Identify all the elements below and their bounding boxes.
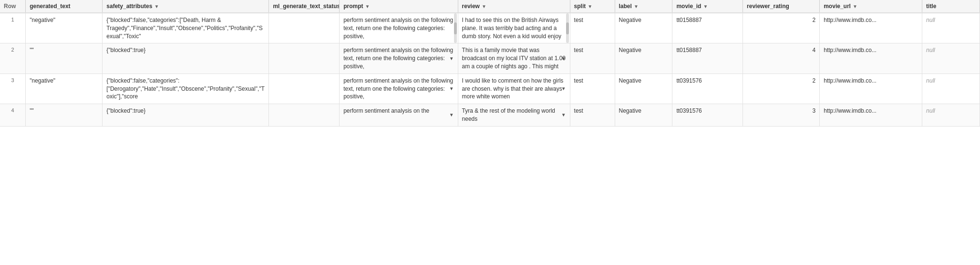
resize-handle-reviewer_rating[interactable] <box>817 0 819 12</box>
cell-movie_url-row1: http://www.imdb.co... <box>820 43 922 74</box>
resize-handle-ml_generate_text_status[interactable] <box>337 0 339 12</box>
sort-icon-review[interactable]: ▼ <box>482 4 486 9</box>
cell-reviewer_rating-row1: 4 <box>743 43 820 74</box>
column-header-label-reviewer_rating: reviewer_rating <box>747 3 789 10</box>
prompt-dropdown-icon[interactable]: ▼ <box>449 112 454 118</box>
column-header-split[interactable]: split▼ <box>570 0 615 13</box>
resize-handle-row[interactable] <box>23 0 25 12</box>
table-row: 2""{"blocked":true}perform sentiment ana… <box>0 43 980 74</box>
cell-prompt-row3: perform sentiment analysis on the▼ <box>340 104 458 127</box>
cell-movie_id-row1: tt0158887 <box>672 43 743 74</box>
review-dropdown-icon[interactable]: ▼ <box>561 112 566 118</box>
column-header-label-movie_url: movie_url <box>824 3 851 10</box>
cell-row-row1: 2 <box>0 43 26 74</box>
column-header-reviewer_rating: reviewer_rating <box>743 0 820 13</box>
column-header-label-prompt: prompt <box>343 3 363 10</box>
column-header-label-row: Row <box>4 3 16 10</box>
cell-title-row0: null <box>922 13 980 43</box>
cell-generated_text-row1: "" <box>26 43 103 74</box>
cell-label-row1: Negative <box>615 43 672 74</box>
null-value: null <box>926 107 935 114</box>
review-text: Tyra & the rest of the modeling world ne… <box>462 107 555 122</box>
prompt-dropdown-icon[interactable]: ▼ <box>449 85 454 92</box>
cell-ml_generate_text_status-row3 <box>269 104 340 127</box>
cell-split-row2: test <box>570 74 615 104</box>
cell-movie_id-row0: tt0158887 <box>672 13 743 43</box>
column-header-label-title: title <box>926 3 936 10</box>
cell-ml_generate_text_status-row1 <box>269 43 340 74</box>
cell-movie_id-row3: tt0391576 <box>672 104 743 127</box>
sort-icon-prompt[interactable]: ▼ <box>365 4 370 9</box>
resize-handle-prompt[interactable] <box>456 0 458 12</box>
column-header-prompt[interactable]: prompt▼ <box>340 0 458 13</box>
cell-movie_id-row2: tt0391576 <box>672 74 743 104</box>
cell-safety_attributes-row1: {"blocked":true} <box>103 43 269 74</box>
null-value: null <box>926 47 935 53</box>
prompt-dropdown-icon[interactable]: ▼ <box>449 55 454 62</box>
review-text: This is a family movie that was broadcas… <box>462 47 566 70</box>
review-text: I would like to comment on how the girls… <box>462 77 564 100</box>
resize-handle-label[interactable] <box>670 0 672 12</box>
cell-generated_text-row3: "" <box>26 104 103 127</box>
cell-review-row1: This is a family movie that was broadcas… <box>458 43 570 74</box>
cell-title-row3: null <box>922 104 980 127</box>
prompt-text: perform sentiment analysis on the follow… <box>343 47 453 70</box>
cell-label-row0: Negative <box>615 13 672 43</box>
column-header-generated_text: generated_text <box>26 0 103 13</box>
cell-label-row3: Negative <box>615 104 672 127</box>
cell-generated_text-row0: "negative" <box>26 13 103 43</box>
prompt-scrollbar[interactable] <box>454 13 457 43</box>
review-scrollbar[interactable] <box>566 13 569 43</box>
cell-row-row2: 3 <box>0 74 26 104</box>
cell-movie_url-row2: http://www.imdb.co... <box>820 74 922 104</box>
resize-handle-movie_id[interactable] <box>741 0 743 12</box>
column-header-label[interactable]: label▼ <box>615 0 672 13</box>
null-value: null <box>926 77 935 84</box>
table-row: 3"negative"{"blocked":false,"categories"… <box>0 74 980 104</box>
prompt-text: perform sentiment analysis on the follow… <box>343 17 453 40</box>
cell-review-row0: I had to see this on the British Airways… <box>458 13 570 43</box>
table-row: 1"negative"{"blocked":false,"categories"… <box>0 13 980 43</box>
prompt-text: perform sentiment analysis on the <box>343 107 429 114</box>
sort-icon-label[interactable]: ▼ <box>634 4 639 9</box>
cell-label-row2: Negative <box>615 74 672 104</box>
sort-icon-split[interactable]: ▼ <box>588 4 592 9</box>
cell-safety_attributes-row2: {"blocked":false,"categories":["Derogato… <box>103 74 269 104</box>
cell-safety_attributes-row0: {"blocked":false,"categories":["Death, H… <box>103 13 269 43</box>
column-header-row: Row <box>0 0 26 13</box>
column-header-title: title <box>922 0 980 13</box>
resize-handle-safety_attributes[interactable] <box>267 0 268 12</box>
resize-handle-title[interactable] <box>978 0 980 12</box>
cell-movie_url-row0: http://www.imdb.co... <box>820 13 922 43</box>
resize-handle-movie_url[interactable] <box>920 0 922 12</box>
cell-title-row1: null <box>922 43 980 74</box>
cell-reviewer_rating-row2: 2 <box>743 74 820 104</box>
resize-handle-review[interactable] <box>568 0 570 12</box>
cell-prompt-row2: perform sentiment analysis on the follow… <box>340 74 458 104</box>
column-header-movie_url[interactable]: movie_url▼ <box>820 0 922 13</box>
null-value: null <box>926 17 935 23</box>
column-header-safety_attributes[interactable]: safety_attributes▼ <box>103 0 269 13</box>
cell-row-row3: 4 <box>0 104 26 127</box>
cell-review-row3: Tyra & the rest of the modeling world ne… <box>458 104 570 127</box>
cell-ml_generate_text_status-row2 <box>269 74 340 104</box>
table-row: 4""{"blocked":true}perform sentiment ana… <box>0 104 980 127</box>
cell-reviewer_rating-row3: 3 <box>743 104 820 127</box>
cell-split-row1: test <box>570 43 615 74</box>
column-header-ml_generate_text_status: ml_generate_text_status <box>269 0 340 13</box>
data-table: Rowgenerated_textsafety_attributes▼ml_ge… <box>0 0 980 127</box>
sort-icon-movie_url[interactable]: ▼ <box>853 4 857 9</box>
cell-safety_attributes-row3: {"blocked":true} <box>103 104 269 127</box>
resize-handle-split[interactable] <box>613 0 615 12</box>
cell-prompt-row0: perform sentiment analysis on the follow… <box>340 13 458 43</box>
cell-row-row0: 1 <box>0 13 26 43</box>
column-header-movie_id[interactable]: movie_id▼ <box>672 0 743 13</box>
cell-ml_generate_text_status-row0 <box>269 13 340 43</box>
column-header-label-review: review <box>462 3 480 10</box>
cell-generated_text-row2: "negative" <box>26 74 103 104</box>
sort-icon-movie_id[interactable]: ▼ <box>703 4 708 9</box>
sort-icon-safety_attributes[interactable]: ▼ <box>154 4 159 9</box>
cell-reviewer_rating-row0: 2 <box>743 13 820 43</box>
resize-handle-generated_text[interactable] <box>100 0 102 12</box>
column-header-review[interactable]: review▼ <box>458 0 570 13</box>
